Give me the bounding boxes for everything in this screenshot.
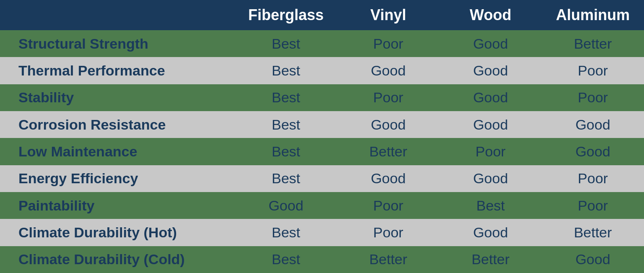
- row-5-col-3: Poor: [542, 170, 644, 187]
- row-6-col-2: Best: [439, 198, 542, 214]
- row-label-4: Low Maintenance: [0, 143, 235, 160]
- row-7-col-1: Poor: [337, 224, 439, 241]
- header-fiberglass: Fiberglass: [235, 6, 337, 24]
- row-6-col-1: Poor: [337, 198, 439, 214]
- row-7-col-2: Good: [439, 224, 542, 241]
- table-row-2: StabilityBestPoorGoodPoor: [0, 84, 644, 111]
- row-8-col-1: Better: [337, 251, 439, 268]
- row-3-col-1: Good: [337, 117, 439, 133]
- table-header: Fiberglass Vinyl Wood Aluminum: [0, 0, 644, 30]
- row-label-0: Structural Strength: [0, 36, 235, 52]
- row-7-col-3: Better: [542, 224, 644, 241]
- row-5-col-1: Good: [337, 170, 439, 187]
- row-3-col-3: Good: [542, 117, 644, 133]
- table-row-6: PaintabilityGoodPoorBestPoor: [0, 192, 644, 219]
- table-row-1: Thermal PerformanceBestGoodGoodPoor: [0, 57, 644, 84]
- comparison-table: Fiberglass Vinyl Wood Aluminum Structura…: [0, 0, 644, 273]
- table-row-5: Energy EfficiencyBestGoodGoodPoor: [0, 165, 644, 192]
- row-label-5: Energy Efficiency: [0, 170, 235, 187]
- table-row-3: Corrosion ResistanceBestGoodGoodGood: [0, 111, 644, 138]
- row-1-col-1: Good: [337, 62, 439, 79]
- row-7-col-0: Best: [235, 224, 337, 241]
- row-label-8: Climate Durability (Cold): [0, 251, 235, 268]
- header-wood: Wood: [439, 6, 542, 24]
- row-label-6: Paintability: [0, 198, 235, 214]
- row-8-col-3: Good: [542, 251, 644, 268]
- row-2-col-0: Best: [235, 89, 337, 106]
- row-0-col-0: Best: [235, 36, 337, 52]
- row-5-col-0: Best: [235, 170, 337, 187]
- row-label-1: Thermal Performance: [0, 62, 235, 79]
- table-row-7: Climate Durability (Hot)BestPoorGoodBett…: [0, 219, 644, 246]
- row-3-col-0: Best: [235, 117, 337, 133]
- row-label-2: Stability: [0, 89, 235, 106]
- row-0-col-3: Better: [542, 36, 644, 52]
- row-5-col-2: Good: [439, 170, 542, 187]
- row-2-col-3: Poor: [542, 89, 644, 106]
- row-8-col-2: Better: [439, 251, 542, 268]
- table-row-4: Low MaintenanceBestBetterPoorGood: [0, 138, 644, 165]
- row-2-col-1: Poor: [337, 89, 439, 106]
- row-label-7: Climate Durability (Hot): [0, 224, 235, 241]
- row-label-3: Corrosion Resistance: [0, 117, 235, 133]
- row-4-col-2: Poor: [439, 143, 542, 160]
- header-vinyl: Vinyl: [337, 6, 439, 24]
- table-row-0: Structural StrengthBestPoorGoodBetter: [0, 30, 644, 57]
- row-6-col-3: Poor: [542, 198, 644, 214]
- row-0-col-2: Good: [439, 36, 542, 52]
- table-row-8: Climate Durability (Cold)BestBetterBette…: [0, 246, 644, 273]
- row-4-col-0: Best: [235, 143, 337, 160]
- row-1-col-3: Poor: [542, 62, 644, 79]
- row-4-col-1: Better: [337, 143, 439, 160]
- row-1-col-0: Best: [235, 62, 337, 79]
- row-4-col-3: Good: [542, 143, 644, 160]
- row-8-col-0: Best: [235, 251, 337, 268]
- row-3-col-2: Good: [439, 117, 542, 133]
- row-1-col-2: Good: [439, 62, 542, 79]
- header-aluminum: Aluminum: [542, 6, 644, 24]
- row-0-col-1: Poor: [337, 36, 439, 52]
- row-6-col-0: Good: [235, 198, 337, 214]
- row-2-col-2: Good: [439, 89, 542, 106]
